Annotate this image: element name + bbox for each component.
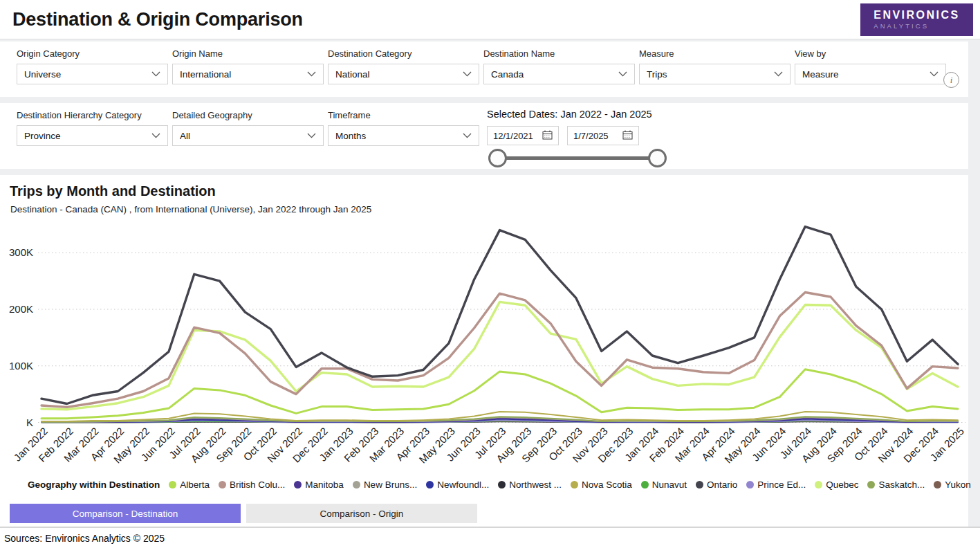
legend-item-british-columbia[interactable]: British Colu... — [219, 480, 285, 490]
filter-label: Detailed Geography — [172, 110, 324, 120]
origin-category-select[interactable]: Universe — [17, 64, 168, 84]
legend-label: Yukon — [945, 480, 971, 490]
legend-item-nova-scotia[interactable]: Nova Scotia — [571, 480, 632, 490]
legend-item-nunavut[interactable]: Nunavut — [641, 480, 687, 490]
slider-handle-end[interactable] — [648, 149, 667, 167]
selected-value: International — [180, 69, 231, 80]
selected-dates-block: Selected Dates: Jan 2022 - Jan 2025 12/1… — [487, 109, 652, 145]
start-date-input[interactable]: 12/1/2021 — [487, 126, 559, 145]
detailed-geography-select[interactable]: All — [172, 125, 324, 146]
end-date-value: 1/7/2025 — [573, 131, 609, 141]
slider-track[interactable] — [497, 156, 658, 160]
filter-panel-top: Origin CategoryUniverseOrigin NameIntern… — [0, 42, 968, 97]
comparison-tabs: Comparison - DestinationComparison - Ori… — [0, 502, 968, 527]
trend-line-ontario[interactable] — [41, 227, 958, 404]
chevron-down-icon — [930, 71, 939, 77]
chevron-down-icon — [774, 71, 783, 77]
legend-dot-saskatchewan — [867, 481, 875, 488]
calendar-icon[interactable] — [622, 130, 633, 142]
end-date-input[interactable]: 1/7/2025 — [567, 126, 639, 145]
legend-item-new-brunswick[interactable]: New Bruns... — [353, 480, 417, 490]
chart-card: Trips by Month and Destination Destinati… — [0, 175, 968, 502]
selected-value: National — [335, 69, 370, 80]
start-date-value: 12/1/2021 — [493, 131, 533, 141]
legend-dot-british-columbia — [219, 481, 226, 488]
y-tick-300K: 300K — [9, 246, 33, 258]
filter-view-by: View byMeasure — [795, 48, 946, 84]
chevron-down-icon — [151, 133, 160, 138]
chevron-down-icon — [463, 71, 472, 77]
destination-hierarchy-category-select[interactable]: Province — [17, 125, 168, 146]
legend-dot-prince-edward-island — [746, 481, 754, 488]
chevron-down-icon — [307, 133, 316, 138]
destination-category-select[interactable]: National — [328, 64, 479, 84]
legend-label: Prince Ed... — [757, 480, 806, 490]
origin-name-select[interactable]: International — [172, 64, 324, 84]
chevron-down-icon — [618, 71, 627, 77]
filter-label: Destination Category — [328, 48, 479, 59]
filter-label: Destination Name — [483, 48, 635, 59]
legend-item-manitoba[interactable]: Manitoba — [294, 480, 344, 490]
legend-item-yukon[interactable]: Yukon — [934, 480, 971, 490]
legend-label: Nunavut — [652, 480, 687, 490]
tab-comparison-origin[interactable]: Comparison - Origin — [246, 504, 477, 523]
logo-text-environics: ENVIRONICS — [873, 9, 960, 21]
legend-item-ontario[interactable]: Ontario — [696, 480, 737, 490]
app-header: Destination & Origin Comparison ENVIRONI… — [0, 0, 980, 39]
legend-dot-ontario — [696, 481, 703, 488]
selected-value: Trips — [647, 69, 667, 80]
tab-comparison-destination[interactable]: Comparison - Destination — [10, 504, 241, 523]
filter-panel-bottom: Destination Hierarchy CategoryProvinceDe… — [0, 103, 968, 169]
selected-value: Measure — [802, 69, 839, 80]
selected-dates-label: Selected Dates: Jan 2022 - Jan 2025 — [487, 109, 652, 120]
destination-name-select[interactable]: Canada — [483, 64, 635, 84]
calendar-icon[interactable] — [542, 130, 553, 142]
legend-title: Geography within Destination — [28, 480, 160, 490]
legend-label: Manitoba — [305, 480, 344, 490]
chevron-down-icon — [151, 71, 160, 77]
selected-value: Province — [24, 131, 61, 141]
filter-row-2: Destination Hierarchy CategoryProvinceDe… — [0, 103, 968, 146]
chart-subtitle: Destination - Canada (CAN) , from Intern… — [0, 199, 968, 214]
page-title: Destination & Origin Comparison — [12, 9, 303, 30]
legend-label: Northwest ... — [509, 480, 562, 490]
legend-dot-nunavut — [641, 481, 649, 488]
filter-label: Destination Hierarchy Category — [17, 110, 168, 120]
filter-destination-category: Destination CategoryNational — [328, 48, 479, 84]
filter-origin-name: Origin NameInternational — [172, 48, 324, 84]
legend-dot-yukon — [934, 481, 941, 488]
chart-legend: Geography within Destination AlbertaBrit… — [28, 480, 960, 490]
selected-value: Months — [335, 131, 366, 141]
legend-label: Newfoundl... — [437, 480, 489, 490]
legend-dot-nova-scotia — [571, 481, 578, 488]
logo-text-analytics: ANALYTICS — [873, 22, 960, 30]
filter-timeframe: TimeframeMonths — [328, 110, 479, 146]
legend-item-newfoundland-and-labrador[interactable]: Newfoundl... — [426, 480, 489, 490]
date-range-slider — [488, 149, 667, 167]
filter-origin-category: Origin CategoryUniverse — [17, 48, 168, 84]
legend-dot-manitoba — [294, 481, 302, 488]
legend-item-saskatchewan[interactable]: Saskatch... — [867, 480, 925, 490]
info-icon[interactable]: i — [943, 72, 959, 88]
legend-item-northwest-territories[interactable]: Northwest ... — [498, 480, 562, 490]
measure-select[interactable]: Trips — [639, 64, 791, 84]
legend-label: Nova Scotia — [582, 480, 632, 490]
legend-dot-alberta — [169, 481, 176, 488]
legend-item-prince-edward-island[interactable]: Prince Ed... — [746, 480, 806, 490]
view-by-select[interactable]: Measure — [795, 64, 946, 84]
legend-item-alberta[interactable]: Alberta — [169, 480, 210, 490]
selected-value: Universe — [24, 69, 61, 80]
filter-label: Measure — [639, 48, 791, 59]
legend-dot-new-brunswick — [353, 481, 360, 488]
slider-handle-start[interactable] — [488, 149, 507, 167]
y-tick-K: K — [26, 417, 33, 428]
filter-label: View by — [795, 48, 946, 59]
filter-destination-name: Destination NameCanada — [483, 48, 635, 84]
legend-dot-quebec — [815, 481, 822, 488]
legend-item-quebec[interactable]: Quebec — [815, 480, 858, 490]
legend-dot-newfoundland-and-labrador — [426, 481, 434, 488]
sources-footer: Sources: Environics Analytics © 2025 — [0, 528, 980, 548]
trips-line-chart: K100K200K300KJan 2022Feb 2022Mar 2022Apr… — [0, 216, 968, 473]
legend-dot-northwest-territories — [498, 481, 506, 488]
timeframe-select[interactable]: Months — [328, 125, 479, 146]
